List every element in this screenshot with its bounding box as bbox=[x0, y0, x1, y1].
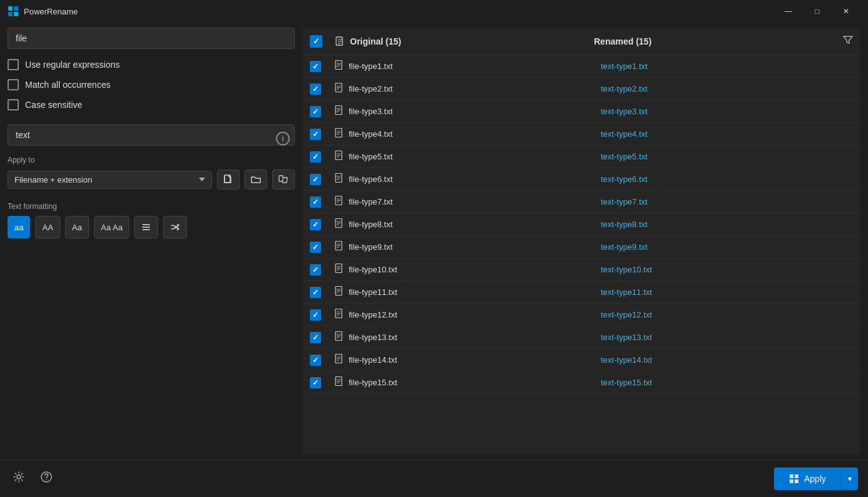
renamed-filename: text-type6.txt bbox=[601, 174, 853, 184]
text-formatting-label: Text formatting bbox=[8, 202, 295, 211]
file-doc-icon bbox=[335, 173, 344, 183]
lowercase-button[interactable]: aa bbox=[8, 216, 30, 238]
svg-point-75 bbox=[17, 475, 21, 479]
renamed-filename: text-type7.txt bbox=[601, 197, 853, 206]
row-checkbox[interactable]: ✓ bbox=[310, 61, 321, 72]
row-check-area: ✓ bbox=[310, 106, 335, 117]
enum-button[interactable] bbox=[134, 216, 158, 238]
case-sensitive-checkbox[interactable] bbox=[8, 99, 19, 110]
renamed-filename: text-type2.txt bbox=[601, 84, 853, 94]
file-doc-icon bbox=[335, 105, 344, 115]
original-filename: file-type11.txt bbox=[349, 287, 601, 297]
apply-to-select[interactable]: Filename + extension Filename only Exten… bbox=[8, 171, 212, 189]
row-checkbox[interactable]: ✓ bbox=[310, 151, 321, 163]
original-filename: file-type14.txt bbox=[349, 355, 601, 365]
titlebar-controls: — □ ✕ bbox=[774, 1, 860, 21]
svg-rect-0 bbox=[8, 6, 13, 11]
row-checkbox[interactable]: ✓ bbox=[310, 309, 321, 321]
row-check-area: ✓ bbox=[310, 309, 335, 321]
uppercase-button[interactable]: AA bbox=[35, 216, 60, 238]
use-regex-row[interactable]: Use regular expressions bbox=[8, 59, 295, 70]
left-panel: Use regular expressions Match all occurr… bbox=[8, 28, 295, 454]
row-checkmark: ✓ bbox=[312, 265, 319, 274]
filter-icon[interactable] bbox=[843, 35, 853, 48]
case-sensitive-row[interactable]: Case sensitive bbox=[8, 99, 295, 110]
file-doc-icon bbox=[335, 264, 344, 274]
file-type-icon bbox=[335, 196, 344, 208]
row-checkmark: ✓ bbox=[312, 311, 319, 319]
file-list: ✓ file-type1.txt text-type1.txt ✓ bbox=[302, 55, 860, 454]
row-check-area: ✓ bbox=[310, 355, 335, 366]
minimize-button[interactable]: — bbox=[774, 1, 803, 21]
main-content: Use regular expressions Match all occurr… bbox=[0, 23, 868, 459]
folder-icon bbox=[251, 174, 261, 184]
row-checkbox[interactable]: ✓ bbox=[310, 242, 321, 253]
file-doc-icon bbox=[335, 309, 344, 319]
svg-rect-3 bbox=[14, 12, 18, 16]
row-checkmark: ✓ bbox=[312, 333, 319, 342]
row-checkbox[interactable]: ✓ bbox=[310, 287, 321, 298]
bottom-bar: Apply ▾ bbox=[0, 459, 868, 497]
original-label: Original (15) bbox=[350, 36, 401, 46]
titlecase-button[interactable]: Aa bbox=[65, 216, 89, 238]
folder-icon-button[interactable] bbox=[245, 169, 267, 190]
row-checkmark: ✓ bbox=[312, 243, 319, 252]
file-type-icon bbox=[335, 286, 344, 298]
row-checkbox[interactable]: ✓ bbox=[310, 196, 321, 208]
row-checkbox[interactable]: ✓ bbox=[310, 355, 321, 366]
row-checkbox[interactable]: ✓ bbox=[310, 129, 321, 140]
use-regex-checkbox[interactable] bbox=[8, 59, 19, 70]
original-filename: file-type13.txt bbox=[349, 333, 601, 342]
file-doc-icon bbox=[335, 354, 344, 364]
table-row: ✓ file-type4.txt text-type4.txt bbox=[302, 123, 860, 146]
info-button[interactable]: i bbox=[276, 132, 290, 146]
table-row: ✓ file-type2.txt text-type2.txt bbox=[302, 78, 860, 100]
file-doc-icon bbox=[335, 83, 344, 93]
original-filename: file-type3.txt bbox=[349, 107, 601, 116]
file-folder-icon-button[interactable] bbox=[272, 169, 295, 190]
file-type-icon bbox=[335, 60, 344, 72]
row-checkbox[interactable]: ✓ bbox=[310, 83, 321, 95]
row-check-area: ✓ bbox=[310, 287, 335, 298]
row-checkbox[interactable]: ✓ bbox=[310, 377, 321, 388]
replace-input[interactable] bbox=[8, 124, 295, 146]
search-input[interactable] bbox=[8, 28, 295, 49]
original-filename: file-type9.txt bbox=[349, 242, 601, 252]
renamed-filename: text-type8.txt bbox=[601, 220, 853, 229]
renamed-column-header: Renamed (15) bbox=[594, 35, 853, 48]
file-doc-icon bbox=[335, 331, 344, 341]
file-type-icon bbox=[335, 105, 344, 117]
svg-rect-2 bbox=[8, 12, 13, 16]
file-type-icon bbox=[335, 218, 344, 230]
help-button[interactable] bbox=[38, 468, 55, 489]
settings-button[interactable] bbox=[10, 468, 28, 489]
bottom-left bbox=[10, 468, 55, 489]
renamed-filename: text-type3.txt bbox=[601, 107, 853, 116]
svg-rect-7 bbox=[279, 176, 283, 181]
row-checkbox[interactable]: ✓ bbox=[310, 219, 321, 230]
file-icon bbox=[223, 174, 233, 184]
file-icon-button[interactable] bbox=[217, 169, 240, 190]
maximize-button[interactable]: □ bbox=[803, 1, 832, 21]
table-row: ✓ file-type12.txt text-type12.txt bbox=[302, 304, 860, 326]
row-checkmark: ✓ bbox=[312, 130, 319, 139]
titlecase2-button[interactable]: Aa Aa bbox=[94, 216, 130, 238]
row-checkbox[interactable]: ✓ bbox=[310, 264, 321, 275]
renamed-filename: text-type13.txt bbox=[601, 333, 853, 342]
row-checkbox[interactable]: ✓ bbox=[310, 332, 321, 343]
match-all-checkbox[interactable] bbox=[8, 79, 19, 90]
row-checkbox[interactable]: ✓ bbox=[310, 106, 321, 117]
row-check-area: ✓ bbox=[310, 61, 335, 72]
apply-button[interactable]: Apply bbox=[774, 468, 841, 490]
text-formatting-row: aa AA Aa Aa Aa bbox=[8, 216, 295, 238]
close-button[interactable]: ✕ bbox=[832, 1, 860, 21]
match-all-row[interactable]: Match all occurrences bbox=[8, 79, 295, 90]
renamed-label: Renamed (15) bbox=[594, 36, 652, 46]
row-check-area: ✓ bbox=[310, 332, 335, 343]
renamed-filename: text-type4.txt bbox=[601, 129, 853, 139]
row-checkbox[interactable]: ✓ bbox=[310, 174, 321, 185]
select-all-checkbox[interactable]: ✓ bbox=[310, 35, 322, 48]
row-checkmark: ✓ bbox=[312, 175, 319, 184]
apply-dropdown-button[interactable]: ▾ bbox=[841, 468, 858, 490]
shuffle-button[interactable] bbox=[163, 216, 187, 238]
